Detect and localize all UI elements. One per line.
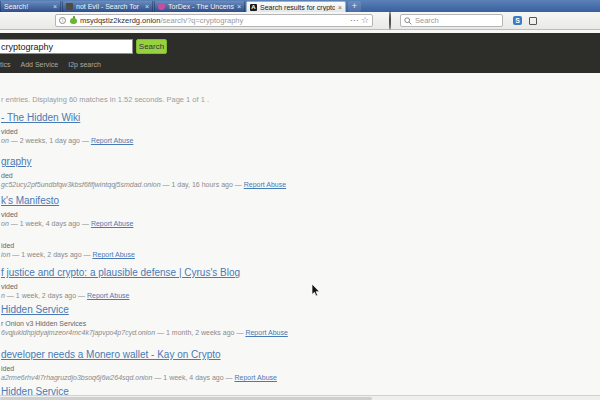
horizontal-scrollbar[interactable] bbox=[0, 395, 600, 400]
tab-close-icon[interactable]: × bbox=[237, 3, 241, 10]
report-abuse-link[interactable]: Report Abuse bbox=[244, 181, 286, 188]
page-actions-icon[interactable]: ⋯ bbox=[350, 16, 358, 25]
result-title-link[interactable]: graphy bbox=[1, 156, 596, 168]
tab-close-icon[interactable]: × bbox=[53, 3, 57, 10]
tab-title: not Evil - Search Tor bbox=[76, 3, 142, 10]
result-title-link[interactable] bbox=[1, 226, 596, 238]
onion-icon bbox=[70, 17, 77, 24]
result-onion-url: n bbox=[1, 292, 5, 299]
shield-button[interactable] bbox=[389, 12, 391, 30]
panel-icon[interactable] bbox=[529, 17, 537, 25]
result-onion-url: 6vqjukldhpjdyajmzeor4mc4k7japvpo4p7cyd.o… bbox=[1, 329, 155, 336]
result-description: vided bbox=[1, 128, 596, 136]
result-meta: n — 1 week, 2 days ago — Report Abuse bbox=[1, 292, 596, 300]
tab-title: TorDex - The Uncensored Tor Se bbox=[168, 3, 234, 10]
search-icon bbox=[404, 17, 412, 25]
result-age: — 2 weeks, 1 day ago — bbox=[11, 137, 89, 144]
result-onion-url: a2rme6rhv4i7rhagruzdjo3bsoq6j6w264sqd.on… bbox=[1, 374, 152, 381]
result-meta: gc52ucy2pf5undbfqw3kbsf6fifjwintqqj5smda… bbox=[1, 181, 596, 189]
result-meta: ion — 1 week, 2 days ago — Report Abuse bbox=[1, 251, 596, 259]
site-search-header: Search tics Add Service I2p search bbox=[0, 33, 600, 73]
site-nav-links: tics Add Service I2p search bbox=[0, 61, 101, 68]
result-description: ided bbox=[1, 365, 596, 373]
result-description: ded bbox=[1, 172, 596, 180]
tab-title: Search! bbox=[4, 3, 50, 10]
result-meta: a2rme6rhv4i7rhagruzdjo3bsoq6j6w264sqd.on… bbox=[1, 374, 596, 382]
search-result: ided ion — 1 week, 2 days ago — Report A… bbox=[1, 226, 596, 259]
notevil-favicon bbox=[66, 3, 73, 10]
navigation-toolbar: i msydqstlz2kzerdg.onion /search/?q=cryp… bbox=[0, 12, 600, 30]
site-search-input[interactable] bbox=[0, 39, 133, 54]
result-onion-url: gc52ucy2pf5undbfqw3kbsf6fifjwintqqj5smda… bbox=[1, 181, 161, 188]
search-result: Hidden Service r Onion v3 Hidden Service… bbox=[1, 304, 596, 337]
result-description: vided bbox=[1, 283, 596, 291]
result-age: — 1 month, 2 weeks ago — bbox=[157, 329, 243, 336]
search-result: developer needs a Monero wallet - Kay on… bbox=[1, 349, 596, 382]
new-tab-button[interactable]: + bbox=[348, 1, 361, 12]
tordex-favicon bbox=[158, 3, 165, 10]
report-abuse-link[interactable]: Report Abuse bbox=[87, 292, 129, 299]
result-age: — 1 day, 16 hours ago — bbox=[163, 181, 242, 188]
tab-ahmia-active[interactable]: A Search results for cryptography × bbox=[246, 1, 346, 12]
nav-link-statistics[interactable]: tics bbox=[0, 61, 11, 68]
result-age: — 1 week, 2 days ago — bbox=[12, 251, 90, 258]
search-result: k's Manifesto vided on — 1 week, 4 days … bbox=[1, 195, 596, 228]
result-onion-url: ion bbox=[1, 251, 10, 258]
result-meta: on — 2 weeks, 1 day ago — Report Abuse bbox=[1, 137, 596, 145]
browser-window: Search! × not Evil - Search Tor × TorDex… bbox=[0, 0, 600, 400]
url-path: /search/?q=cryptography bbox=[160, 16, 346, 25]
report-abuse-link[interactable]: Report Abuse bbox=[92, 251, 134, 258]
nav-link-add-service[interactable]: Add Service bbox=[21, 61, 59, 68]
tab-torch[interactable]: Search! × bbox=[0, 1, 61, 12]
url-domain: msydqstlz2kzerdg.onion bbox=[80, 16, 160, 25]
report-abuse-link[interactable]: Report Abuse bbox=[91, 137, 133, 144]
site-info-icon[interactable]: i bbox=[59, 17, 66, 24]
nav-link-i2p-search[interactable]: I2p search bbox=[68, 61, 101, 68]
result-title-link[interactable]: f justice and crypto: a plausible defens… bbox=[1, 267, 596, 279]
url-bar[interactable]: i msydqstlz2kzerdg.onion /search/?q=cryp… bbox=[55, 14, 373, 27]
result-age: — 1 week, 2 days ago — bbox=[7, 292, 85, 299]
result-title-link[interactable]: - The Hidden Wiki bbox=[1, 112, 596, 124]
result-title-link[interactable]: developer needs a Monero wallet - Kay on… bbox=[1, 349, 596, 361]
circle-icon bbox=[389, 11, 391, 30]
ahmia-favicon: A bbox=[250, 4, 257, 11]
result-title-link[interactable]: k's Manifesto bbox=[1, 195, 596, 207]
tab-close-icon[interactable]: × bbox=[338, 4, 342, 11]
result-description: ided bbox=[1, 242, 596, 250]
result-meta: 6vqjukldhpjdyajmzeor4mc4k7japvpo4p7cyd.o… bbox=[1, 329, 596, 337]
report-abuse-link[interactable]: Report Abuse bbox=[245, 329, 287, 336]
tab-notevil[interactable]: not Evil - Search Tor × bbox=[62, 1, 153, 12]
result-title-link[interactable]: Hidden Service bbox=[1, 304, 596, 316]
bookmark-star-icon[interactable]: ☆ bbox=[361, 16, 369, 25]
mouse-cursor bbox=[311, 284, 322, 297]
result-description: r Onion v3 Hidden Services bbox=[1, 320, 596, 328]
search-result: f justice and crypto: a plausible defens… bbox=[1, 267, 596, 300]
search-result: graphy ded gc52ucy2pf5undbfqw3kbsf6fifjw… bbox=[1, 156, 596, 189]
results-summary: r entries. Displaying 60 matches in 1.52… bbox=[1, 95, 209, 104]
tab-bar: Search! × not Evil - Search Tor × TorDex… bbox=[0, 0, 600, 12]
site-search-button[interactable]: Search bbox=[136, 39, 167, 54]
result-age: — 1 week, 4 days ago — bbox=[154, 374, 232, 381]
search-result: - The Hidden Wiki vided on — 2 weeks, 1 … bbox=[1, 112, 596, 145]
result-description: vided bbox=[1, 211, 596, 219]
tab-tordex[interactable]: TorDex - The Uncensored Tor Se × bbox=[154, 1, 245, 12]
toolbar-search-field[interactable]: Search bbox=[400, 14, 503, 27]
page-content: Search tics Add Service I2p search r ent… bbox=[0, 30, 600, 400]
result-onion-url: on bbox=[1, 137, 9, 144]
tab-title: Search results for cryptography bbox=[260, 4, 335, 11]
report-abuse-link[interactable]: Report Abuse bbox=[235, 374, 277, 381]
noscript-icon[interactable]: S bbox=[513, 16, 522, 25]
toolbar-search-placeholder: Search bbox=[415, 16, 439, 25]
tab-close-icon[interactable]: × bbox=[145, 3, 149, 10]
